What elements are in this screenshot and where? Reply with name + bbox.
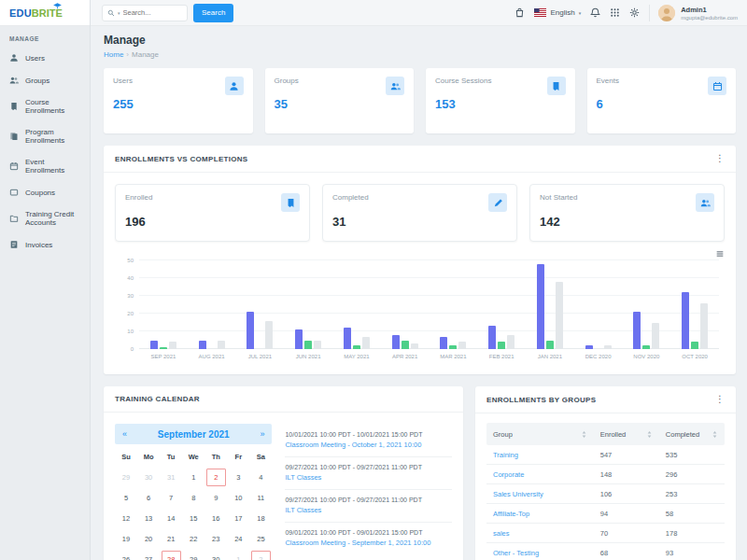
enrollment-card-value: 196 <box>125 215 300 229</box>
calendar-day[interactable]: 18 <box>253 511 268 526</box>
calendar-day[interactable]: 7 <box>163 490 178 506</box>
calendar-day[interactable]: 29 <box>186 552 201 560</box>
calendar-day[interactable]: 14 <box>163 511 178 526</box>
calendar-day[interactable]: 17 <box>231 511 246 526</box>
calendar-day[interactable]: 3 <box>231 469 246 485</box>
event-title-link[interactable]: ILT Classes <box>285 473 452 482</box>
calendar-day[interactable]: 28 <box>162 551 181 560</box>
calendar-day[interactable]: 11 <box>253 490 268 506</box>
group-link[interactable]: Corporate <box>486 470 594 479</box>
calendar-day[interactable]: 4 <box>253 469 268 485</box>
search-button[interactable]: Search <box>193 4 233 22</box>
sidebar-item[interactable]: Coupons <box>0 181 90 203</box>
calendar-day[interactable]: 10 <box>231 490 246 506</box>
bar-completed <box>304 341 312 350</box>
calendar-day[interactable]: 1 <box>186 469 201 485</box>
calendar-day[interactable]: 22 <box>186 531 201 547</box>
calendar-day[interactable]: 27 <box>141 552 156 560</box>
group-link[interactable]: Training <box>486 451 594 459</box>
calendar-day[interactable]: 31 <box>163 469 178 485</box>
calendar-day[interactable]: 25 <box>253 531 268 547</box>
event-title-link[interactable]: ILT Classes <box>285 506 452 514</box>
calendar-day-cell: 9 <box>204 487 227 508</box>
calendar-day-header: Fr <box>227 444 249 467</box>
calendar-day-cell: 1 <box>182 467 204 487</box>
cart-icon[interactable] <box>514 7 525 18</box>
group-link[interactable]: sales <box>486 529 594 538</box>
bar-group: FEB 2021 <box>477 260 526 365</box>
breadcrumb-home[interactable]: Home <box>104 50 123 59</box>
calendar-day[interactable]: 6 <box>141 490 156 506</box>
topbar: ▾ Search English ▾ Admin1 mgupta@edubrit… <box>91 0 747 26</box>
group-link[interactable]: Sales University <box>486 490 594 498</box>
calendar-day[interactable]: 8 <box>186 490 201 506</box>
group-link[interactable]: Affiliate-Top <box>486 510 594 518</box>
sidebar-item[interactable]: Program Enrollments <box>0 121 90 151</box>
pencil-icon <box>488 193 507 212</box>
y-axis-tick: 40 <box>115 275 134 281</box>
sidebar-item[interactable]: Training Credit Accounts <box>0 203 90 233</box>
calendar-day[interactable]: 30 <box>208 552 223 560</box>
calendar-day[interactable]: 2 <box>251 551 271 560</box>
bar-chart: 01020304050SEP 2021AUG 2021JUL 2021JUN 2… <box>115 260 725 365</box>
calendar-day[interactable]: 29 <box>119 469 134 485</box>
bar-completed <box>160 347 167 349</box>
search-scope-caret-icon[interactable]: ▾ <box>118 10 120 16</box>
calendar-next-icon[interactable]: » <box>260 429 264 439</box>
page-title: Manage <box>104 34 736 47</box>
avatar <box>658 5 675 21</box>
calendar-day[interactable]: 24 <box>231 531 246 547</box>
enrollment-card: Completed 31 <box>322 184 517 242</box>
apps-grid-icon[interactable] <box>610 7 620 18</box>
event-title-link[interactable]: Classroom Meeting - September 1, 2021 10… <box>285 539 452 547</box>
sidebar-item[interactable]: Users <box>0 47 90 69</box>
calendar-day[interactable]: 19 <box>119 531 134 547</box>
logo[interactable]: EDUBRITE <box>0 0 90 26</box>
calendar-day[interactable]: 26 <box>119 552 134 560</box>
calendar-day[interactable]: 1 <box>231 552 246 560</box>
chart-menu-icon[interactable] <box>715 249 725 259</box>
table-column-header[interactable]: Enrolled <box>594 430 659 439</box>
notifications-bell-icon[interactable] <box>590 7 600 18</box>
training-calendar-panel: TRAINING CALENDAR « September 2021 » SuM… <box>104 386 463 560</box>
completed-value: 253 <box>659 490 725 498</box>
calendar-day[interactable]: 15 <box>186 511 201 526</box>
sidebar-item[interactable]: Event Enrollments <box>0 151 90 181</box>
calendar-day-cell: 24 <box>227 528 249 549</box>
calendar-prev-icon[interactable]: « <box>122 429 127 439</box>
group-link[interactable]: Other - Testing <box>486 549 594 557</box>
calendar-day-header: Su <box>115 444 137 467</box>
calendar-day[interactable]: 30 <box>141 469 156 485</box>
stat-card: Events 6 <box>587 68 737 133</box>
bottom-row: TRAINING CALENDAR « September 2021 » SuM… <box>104 374 736 560</box>
table-column-header[interactable]: Group <box>486 430 594 439</box>
enrollment-card-label: Completed <box>332 193 369 202</box>
sidebar-item[interactable]: Course Enrollments <box>0 91 90 121</box>
content: Manage Home›Manage Users 255 Groups <box>91 26 747 560</box>
calendar-day[interactable]: 23 <box>208 531 223 547</box>
search-input[interactable] <box>123 8 182 17</box>
stat-label: Groups <box>275 77 299 85</box>
event-title-link[interactable]: Classroom Meeting - October 1, 2021 10:0… <box>285 441 452 449</box>
bar-enrolled <box>392 335 400 349</box>
language-selector[interactable]: English ▾ <box>534 8 581 17</box>
calendar-day[interactable]: 5 <box>119 490 134 506</box>
kebab-menu-icon[interactable]: ⋮ <box>715 154 725 163</box>
calendar-day-cell: 25 <box>249 528 272 549</box>
table-column-header[interactable]: Completed <box>659 430 725 439</box>
calendar-day[interactable]: 21 <box>163 531 178 547</box>
settings-gear-icon[interactable] <box>629 7 640 18</box>
calendar-day[interactable]: 16 <box>208 511 223 526</box>
kebab-menu-icon[interactable]: ⋮ <box>715 395 725 404</box>
calendar-day[interactable]: 2 <box>206 469 226 486</box>
calendar-day[interactable]: 13 <box>141 511 156 526</box>
user-menu[interactable]: Admin1 mgupta@edubrite.com <box>649 5 738 21</box>
event-time: 10/01/2021 10:00 PDT - 10/01/2021 15:00 … <box>285 431 452 438</box>
calendar-day[interactable]: 9 <box>208 490 223 506</box>
calendar-day[interactable]: 12 <box>119 511 134 526</box>
bar-group: APR 2021 <box>381 260 430 365</box>
bar-enrolled <box>633 312 641 349</box>
sidebar-item[interactable]: Groups <box>0 69 90 91</box>
calendar-day[interactable]: 20 <box>141 531 156 547</box>
sidebar-item[interactable]: Invoices <box>0 233 90 256</box>
